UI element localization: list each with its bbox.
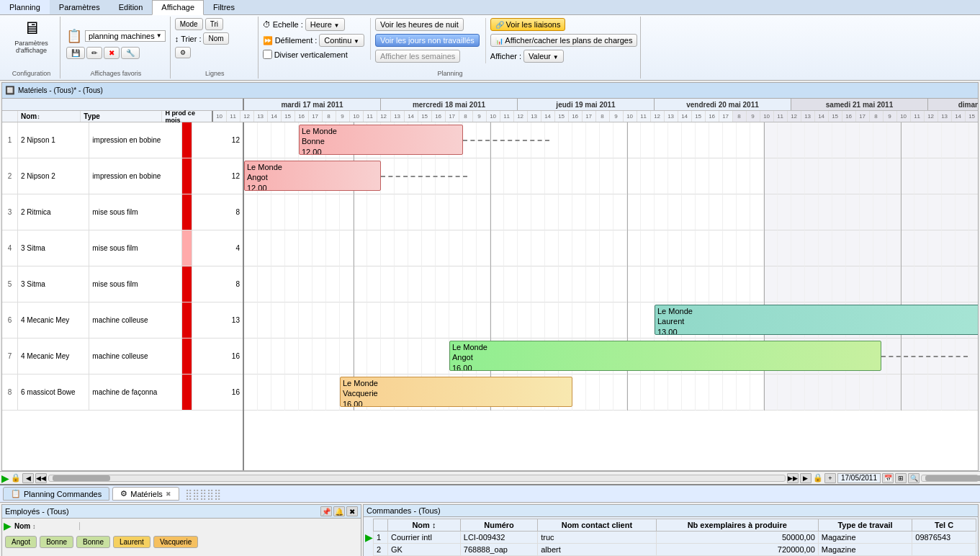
- row-red-indicator: [182, 230, 192, 266]
- config-label[interactable]: Paramètresd'affichage: [14, 40, 48, 54]
- scroll-leftfast-button[interactable]: ◀◀: [35, 473, 47, 483]
- vertical-scroll-track[interactable]: [921, 475, 979, 482]
- lignes-group: Mode Tri ↕ Trier : Nom ⚙ Lignes: [172, 17, 259, 79]
- tab-planning[interactable]: Planning: [0, 0, 50, 14]
- bottom-content: Employés - (Tous) 📌 🔔 ✖ ▶ Nom ↕ Angot Bo…: [0, 503, 980, 556]
- dropdown-arrow-icon: ▼: [156, 32, 162, 39]
- emp-play-button[interactable]: ▶: [4, 520, 12, 532]
- edit-favorite-button[interactable]: ✏: [86, 47, 102, 59]
- row-name: 6 massicot Bowe: [18, 375, 89, 410]
- cmd-row1-nb: 50000,00: [656, 532, 818, 544]
- drag-handle-icon: ⣿⣿⣿⣿⣿: [185, 488, 221, 500]
- play-button[interactable]: ▶: [1, 472, 9, 484]
- afficher-value-button[interactable]: Valeur ▼: [523, 50, 564, 63]
- voir-jours-button[interactable]: Voir les jours non travaillés: [375, 34, 480, 47]
- row-hprod: 8: [192, 194, 243, 230]
- row-hprod: 12: [192, 122, 243, 158]
- fit-button[interactable]: ⊞: [895, 473, 907, 483]
- col-hprod-header: H prod ce mois: [162, 111, 212, 122]
- task-block-6[interactable]: Le MondeAngot16,00: [449, 341, 881, 371]
- cmd-col-numero[interactable]: Numéro: [460, 519, 537, 532]
- row-red-indicator: [182, 194, 192, 230]
- row-number: 2: [2, 158, 18, 194]
- row-name: 2 Ritmica: [18, 194, 89, 230]
- emp-tag-bonne2[interactable]: Bonne: [76, 536, 110, 548]
- row-hprod: 8: [192, 266, 243, 302]
- emp-tag-laurent[interactable]: Laurent: [113, 536, 150, 548]
- zoom-button[interactable]: 🔍: [908, 473, 920, 483]
- mode-button[interactable]: Mode: [175, 18, 203, 30]
- tab-edition[interactable]: Edition: [109, 0, 153, 14]
- emp-tag-vacquerie[interactable]: Vacquerie: [153, 536, 198, 548]
- tab-planning-commandes-label: Planning Commandes: [24, 490, 102, 498]
- bottom-panel: 📋 Planning Commandes ⚙ Matériels ✖ ⣿⣿⣿⣿⣿…: [0, 484, 980, 556]
- defilement-icon: ⏩: [263, 36, 273, 45]
- employees-header: Employés - (Tous) 📌 🔔 ✖: [2, 505, 361, 519]
- ribbon: Planning Paramètres Edition Affichage Fi…: [0, 0, 980, 81]
- config-group-label: Configuration: [12, 68, 51, 77]
- row-type: machine de façonna: [89, 375, 182, 410]
- cmd-row2-tel: [912, 544, 976, 556]
- emp-close-button[interactable]: ✖: [346, 506, 358, 516]
- table-row[interactable]: 1 Courrier intl LCI-009432 truc 50000,00…: [374, 532, 976, 544]
- close-materiels-button[interactable]: ✖: [166, 490, 171, 498]
- tab-planning-commandes[interactable]: 📋 Planning Commandes: [3, 487, 109, 501]
- row-type: impression en bobine: [89, 158, 182, 194]
- tri-button[interactable]: Tri: [205, 18, 223, 30]
- date-wed: mercredi 18 mai 2011: [381, 99, 518, 110]
- cmd-col-nb[interactable]: Nb exemplaires à produire: [656, 519, 818, 532]
- save-favorite-button[interactable]: 💾: [66, 47, 85, 59]
- task-block-1[interactable]: Le MondeAngot12,00: [244, 161, 381, 191]
- afficher-plans-button[interactable]: 📊 Afficher/cacher les plans de charges: [490, 34, 638, 47]
- delete-favorite-button[interactable]: ✖: [104, 47, 120, 59]
- cmd-col-type[interactable]: Type de travail: [818, 519, 912, 532]
- emp-settings-button[interactable]: 🔔: [333, 506, 345, 516]
- tab-materiels[interactable]: ⚙ Matériels ✖: [112, 487, 179, 501]
- cmd-col-nom[interactable]: Nom ↕: [388, 519, 461, 532]
- tab-affichage[interactable]: Affichage: [152, 0, 204, 15]
- cmd-row1-type: Magazine: [818, 532, 912, 544]
- row-hprod: 16: [192, 375, 243, 410]
- tab-parametres[interactable]: Paramètres: [50, 0, 109, 14]
- grid-row-3: 32 Ritmicamise sous film8: [2, 194, 243, 230]
- voir-heures-button[interactable]: Voir les heures de nuit: [375, 18, 464, 31]
- lignes-extra-button[interactable]: ⚙: [175, 47, 191, 58]
- grid-row-4: 43 Sitmamise sous film4: [2, 230, 243, 266]
- row-type: machine colleuse: [89, 338, 182, 374]
- emp-pin-button[interactable]: 📌: [320, 506, 332, 516]
- planning-group-label: Planning: [263, 68, 638, 77]
- row-hprod: 13: [192, 302, 243, 338]
- emp-tag-angot[interactable]: Angot: [5, 536, 37, 548]
- task-block-5[interactable]: Le MondeLaurent13,00: [655, 305, 978, 335]
- cmd-row2-num: 2: [374, 544, 388, 556]
- scroll-right-button[interactable]: ▶: [800, 473, 812, 483]
- row-hprod: 4: [192, 230, 243, 266]
- table-row[interactable]: 2 GK 768888_oap albert 720000,00 Magazin…: [374, 544, 976, 556]
- task-block-7[interactable]: Le MondeVacquerie16,00: [340, 377, 572, 407]
- task-block-0[interactable]: Le MondeBonne12,00: [299, 125, 463, 155]
- cmd-col-contact[interactable]: Nom contact client: [538, 519, 656, 532]
- cmd-col-tel[interactable]: Tel C: [912, 519, 976, 532]
- scroll-track[interactable]: [48, 475, 786, 482]
- scroll-rightfast-button[interactable]: ▶▶: [787, 473, 799, 483]
- favoris-dropdown[interactable]: planning machines ▼: [85, 30, 166, 42]
- tab-filtres[interactable]: Filtres: [204, 0, 244, 14]
- voir-liaisons-button[interactable]: 🔗 Voir les liaisons: [490, 18, 566, 31]
- employees-panel: Employés - (Tous) 📌 🔔 ✖ ▶ Nom ↕ Angot Bo…: [1, 504, 361, 556]
- afficher-semaines-button[interactable]: Afficher les semaines: [375, 50, 460, 63]
- add-button[interactable]: +: [824, 473, 836, 483]
- row-red-indicator: [182, 302, 192, 338]
- emp-tag-bonne1[interactable]: Bonne: [40, 536, 73, 548]
- echelle-button[interactable]: Heure ▼: [305, 18, 345, 31]
- row-red-indicator: [182, 158, 192, 194]
- lock-icon: 🔒: [11, 473, 21, 483]
- config-group: 🖥 Paramètresd'affichage Configuration: [3, 17, 60, 79]
- scroll-left-button[interactable]: ◀: [22, 473, 34, 483]
- settings-favorite-button[interactable]: 🔧: [121, 47, 140, 59]
- defilement-button[interactable]: Continu ▼: [319, 34, 364, 47]
- cmd-play-button[interactable]: ▶: [365, 532, 373, 543]
- calendar-button[interactable]: 📅: [882, 473, 894, 483]
- nom-sort-button[interactable]: Nom: [203, 32, 228, 45]
- diviser-label: Diviser verticalement: [274, 50, 348, 59]
- diviser-checkbox[interactable]: [263, 50, 272, 59]
